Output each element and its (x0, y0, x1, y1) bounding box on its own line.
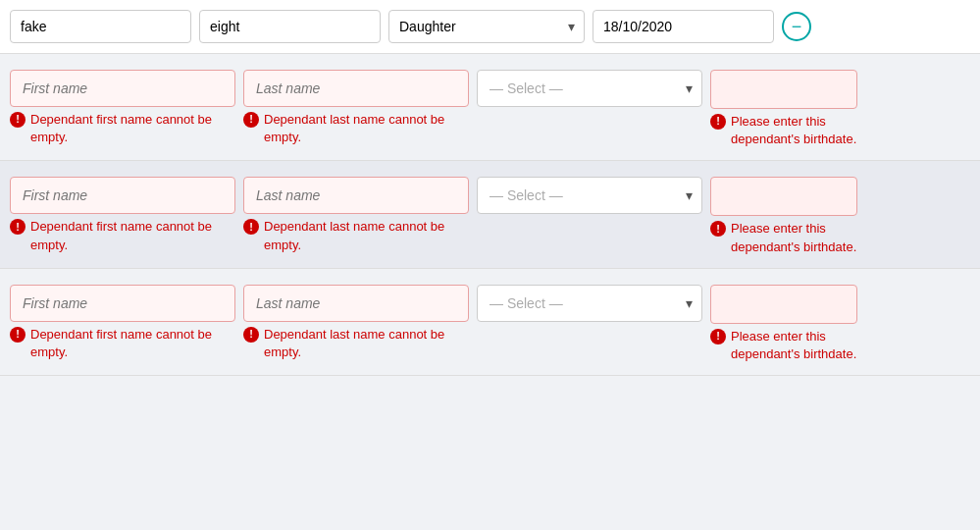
error-icon: ! (243, 327, 259, 343)
dependant-3-relationship-select[interactable]: — Select — Daughter Son Spouse Other (477, 285, 702, 322)
dependant-3-relationship-group: — Select — Daughter Son Spouse Other (477, 285, 702, 322)
dependant-2-firstname-error-text: Dependant first name cannot be empty. (30, 218, 235, 253)
dependant-3-lastname-error-text: Dependant last name cannot be empty. (264, 326, 469, 361)
dependant-3-date-group: ! Please enter this dependant's birthdat… (710, 285, 857, 363)
error-icon: ! (10, 327, 26, 343)
dependant-2-firstname-group: ! Dependant first name cannot be empty. (10, 177, 235, 253)
dependant-1-date-group: ! Please enter this dependant's birthdat… (710, 70, 857, 148)
dependant-3-date-error-text: Please enter this dependant's birthdate. (731, 328, 857, 363)
dependant-1-firstname-group: ! Dependant first name cannot be empty. (10, 70, 235, 146)
dependant-1-firstname-error: ! Dependant first name cannot be empty. (10, 111, 235, 146)
dependant-1-date-error: ! Please enter this dependant's birthdat… (710, 113, 857, 148)
dependant-3-lastname-group: ! Dependant last name cannot be empty. (243, 285, 469, 361)
dependant-3-firstname-group: ! Dependant first name cannot be empty. (10, 285, 235, 361)
dependant-2-relationship-select[interactable]: — Select — Daughter Son Spouse Other (477, 177, 702, 214)
error-icon: ! (10, 112, 26, 128)
dependant-3-firstname-error-text: Dependant first name cannot be empty. (30, 326, 235, 361)
dependant-3-firstname-error: ! Dependant first name cannot be empty. (10, 326, 235, 361)
dependant-3-lastname-input[interactable] (243, 285, 469, 322)
dependant-2-date-error: ! Please enter this dependant's birthdat… (710, 220, 857, 255)
dependant-2-relationship-wrapper: — Select — Daughter Son Spouse Other (477, 177, 702, 214)
dependant-1-relationship-select[interactable]: — Select — Daughter Son Spouse Other (477, 70, 702, 107)
dependant-1-relationship-wrapper: — Select — Daughter Son Spouse Other (477, 70, 702, 107)
last-name-input[interactable] (199, 10, 381, 43)
dependant-1-firstname-error-text: Dependant first name cannot be empty. (30, 111, 235, 146)
dependant-2-relationship-group: — Select — Daughter Son Spouse Other (477, 177, 702, 214)
dependant-2-lastname-group: ! Dependant last name cannot be empty. (243, 177, 469, 253)
dependant-1-lastname-error: ! Dependant last name cannot be empty. (243, 111, 469, 146)
dependant-2-date-input[interactable] (710, 177, 857, 216)
dependant-2-firstname-input[interactable] (10, 177, 235, 214)
dependant-row-2: ! Dependant first name cannot be empty. … (0, 161, 980, 268)
dependant-row-3: ! Dependant first name cannot be empty. … (0, 269, 980, 376)
dependant-3-lastname-error: ! Dependant last name cannot be empty. (243, 326, 469, 361)
dependant-2-lastname-error: ! Dependant last name cannot be empty. (243, 218, 469, 253)
dependant-1-relationship-group: — Select — Daughter Son Spouse Other (477, 70, 702, 107)
dependant-1-date-input[interactable] (710, 70, 857, 109)
dependant-1-date-error-text: Please enter this dependant's birthdate. (731, 113, 857, 148)
dependant-1-lastname-group: ! Dependant last name cannot be empty. (243, 70, 469, 146)
dependant-2-lastname-input[interactable] (243, 177, 469, 214)
dependant-1-lastname-error-text: Dependant last name cannot be empty. (264, 111, 469, 146)
dependant-2-firstname-error: ! Dependant first name cannot be empty. (10, 218, 235, 253)
dependant-3-date-error: ! Please enter this dependant's birthdat… (710, 328, 857, 363)
error-icon: ! (710, 114, 726, 130)
error-icon: ! (710, 329, 726, 344)
dependant-2-lastname-error-text: Dependant last name cannot be empty. (264, 218, 469, 253)
top-row: Daughter Son Spouse Other − (0, 0, 980, 54)
dependant-2-date-error-text: Please enter this dependant's birthdate. (731, 220, 857, 255)
dependant-3-date-input[interactable] (710, 285, 857, 324)
dependant-1-firstname-input[interactable] (10, 70, 235, 107)
dependant-row-1: ! Dependant first name cannot be empty. … (0, 54, 980, 161)
error-icon: ! (243, 219, 259, 235)
dependant-3-firstname-input[interactable] (10, 285, 235, 322)
error-icon: ! (243, 112, 259, 128)
dependant-3-relationship-wrapper: — Select — Daughter Son Spouse Other (477, 285, 702, 322)
remove-button[interactable]: − (782, 12, 811, 41)
date-input[interactable] (593, 10, 774, 43)
error-icon: ! (710, 221, 726, 237)
relationship-select-wrapper: Daughter Son Spouse Other (388, 10, 585, 43)
error-icon: ! (10, 219, 26, 235)
first-name-input[interactable] (10, 10, 191, 43)
dependant-2-date-group: ! Please enter this dependant's birthdat… (710, 177, 857, 255)
dependant-1-lastname-input[interactable] (243, 70, 469, 107)
relationship-select[interactable]: Daughter Son Spouse Other (388, 10, 585, 43)
